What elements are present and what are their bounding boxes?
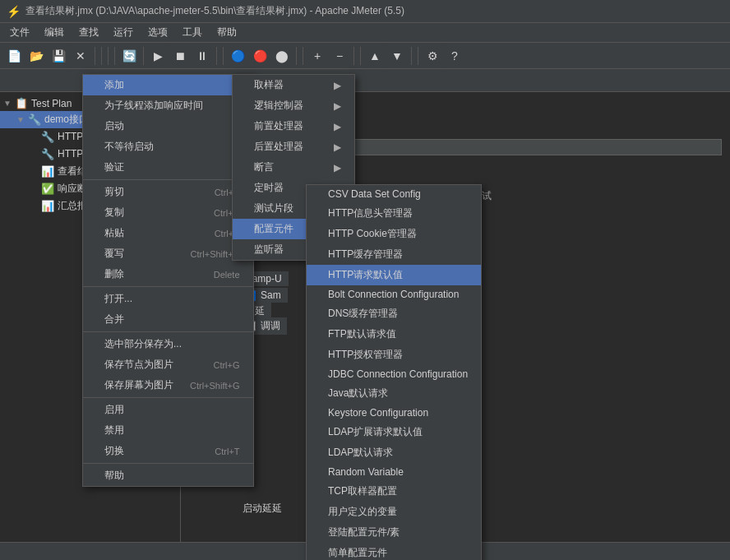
context-menu-config-item-7[interactable]: FTP默认请求值 [307,324,481,345]
context-menu-config-item-9[interactable]: JDBC Connection Configuration [307,365,481,383]
menu-运行[interactable]: 运行 [107,24,140,41]
context-menu-main-item-18[interactable]: 帮助 [83,465,253,486]
context-menu-main-item-11[interactable]: 合并 [83,309,253,330]
context-menu-config-item-2[interactable]: HTTP Cookie管理器 [307,224,481,244]
ctx-shortcut-14: Ctrl+Shift+G [190,381,240,391]
toolbar-btn-help[interactable]: ? [444,45,465,67]
context-menu-config-item-12[interactable]: LDAP扩展请求默认值 [307,422,481,442]
ctx-label-9: JDBC Connection Configuration [328,368,468,380]
context-menu-config-item-18[interactable]: 简单配置元件 [307,543,481,560]
ctx-label-8: 覆写 [104,247,174,261]
toolbar-btn-thread3[interactable]: ⬤ [271,45,293,67]
context-menu-main-item-5[interactable]: 剪切Ctrl+X [83,182,253,202]
context-menu-main-item-17[interactable]: 切换Ctrl+T [83,441,253,461]
context-menu-main-item-4[interactable]: 验证 [83,157,253,178]
toolbar-sep-9 [143,47,144,65]
context-menu-config-item-8[interactable]: HTTP授权管理器 [307,345,481,365]
ctx-label-6: 复制 [104,206,197,220]
context-menu-main-item-0[interactable]: 添加▶ [83,75,253,95]
menu-选项[interactable]: 选项 [141,24,174,41]
toolbar-btn-inc[interactable]: + [307,45,328,67]
ctx-label-16: 禁用 [104,423,240,437]
context-menu-main-item-10[interactable]: 打开... [83,289,253,309]
ctx-label-17: 登陆配置元件/素 [328,525,468,539]
ctx-label-2: 启动 [104,119,240,133]
ctx-arrow-0: ▶ [334,80,341,91]
context-menu-main-item-16[interactable]: 禁用 [83,420,253,441]
context-menu-config-item-16[interactable]: 用户定义的变量 [307,502,481,522]
sep-after-9 [83,286,253,287]
context-menu-config-item-17[interactable]: 登陆配置元件/素 [307,522,481,543]
ctx-label-15: TCP取样器配置 [328,484,468,498]
menu-工具[interactable]: 工具 [176,24,209,41]
app-icon: ⚡ [7,5,21,18]
toolbar-btn-start[interactable]: ▶ [147,45,169,67]
context-menu-config-item-1[interactable]: HTTP信息头管理器 [307,203,481,224]
toolbar-btn-refresh[interactable]: 🔄 [118,45,140,67]
ctx-label-12: 选中部分保存为... [104,337,240,351]
toolbar-sep-5 [101,47,102,65]
toolbar-btn-up[interactable]: ▲ [364,45,386,67]
toolbar-btn-save[interactable]: 💾 [48,45,69,67]
context-menu-add-item-4[interactable]: 断言▶ [233,157,354,178]
menubar: 文件编辑查找运行选项工具帮助 [0,23,730,43]
tree-icon-3: 🔧 [41,148,54,160]
context-menu-add-item-0[interactable]: 取样器▶ [233,75,354,95]
tree-icon-0: 📋 [15,97,28,109]
context-menu-config-item-0[interactable]: CSV Data Set Config [307,185,481,203]
sep-after-17 [83,463,253,464]
toolbar-btn-thread2[interactable]: 🔴 [249,45,270,67]
context-menu-main-item-9[interactable]: 删除Delete [83,264,253,285]
context-menu-main-item-6[interactable]: 复制Ctrl+C [83,202,253,223]
context-menu-main-item-2[interactable]: 启动 [83,116,253,137]
context-menu-config-item-14[interactable]: Random Variable [307,463,481,481]
toolbar-sep-23 [360,47,361,65]
ctx-label-17: 切换 [104,444,198,458]
context-menu-config-item-5[interactable]: Bolt Connection Configuration [307,285,481,303]
context-menu-config-item-3[interactable]: HTTP缓存管理器 [307,244,481,265]
toolbar-btn-new[interactable]: 📄 [3,45,25,67]
toolbar-btn-open[interactable]: 📂 [25,45,47,67]
context-menu-config-item-11[interactable]: Keystore Configuration [307,404,481,422]
toolbar-btn-cut[interactable]: ✕ [70,45,91,67]
toolbar-sep-26 [411,47,412,65]
toolbar-sep-6 [108,47,109,65]
menu-查找[interactable]: 查找 [72,24,105,41]
context-menu-add-item-3[interactable]: 后置处理器▶ [233,137,354,157]
ctx-label-18: 帮助 [104,469,240,483]
ctx-label-8: HTTP授权管理器 [328,348,468,362]
menu-帮助[interactable]: 帮助 [210,24,243,41]
context-menu-main-item-1[interactable]: 为子线程添加响应时间 [83,95,253,116]
ctx-label-9: 删除 [104,267,197,281]
menu-编辑[interactable]: 编辑 [38,24,71,41]
toolbar-btn-settings[interactable]: ⚙ [422,45,443,67]
toolbar-btn-stop[interactable]: ⏹ [169,45,191,67]
menu-文件[interactable]: 文件 [3,24,36,41]
context-menu-config-item-10[interactable]: Java默认请求 [307,383,481,404]
context-menu-config-item-15[interactable]: TCP取样器配置 [307,481,481,502]
context-menu-add-item-2[interactable]: 前置处理器▶ [233,116,354,137]
context-menu-main-item-8[interactable]: 覆写Ctrl+Shift+C [83,243,253,264]
context-menu-main-item-14[interactable]: 保存屏幕为图片Ctrl+Shift+G [83,375,253,396]
toolbar-btn-down[interactable]: ▼ [386,45,408,67]
context-menu-main-item-15[interactable]: 启用 [83,400,253,420]
context-menu-main-item-12[interactable]: 选中部分保存为... [83,334,253,354]
ctx-label-4: 断言 [254,160,329,174]
context-menu-config-item-13[interactable]: LDAP默认请求 [307,442,481,463]
context-menu-main-item-13[interactable]: 保存节点为图片Ctrl+G [83,354,253,375]
context-menu-add-item-1[interactable]: 逻辑控制器▶ [233,95,354,116]
ctx-label-0: 添加 [104,78,228,92]
toolbar-btn-thread1[interactable]: 🔵 [227,45,248,67]
ctx-arrow-3: ▶ [334,141,341,153]
context-menu-main-item-3[interactable]: 不等待启动 [83,137,253,157]
context-menu-config: CSV Data Set Config HTTP信息头管理器 HTTP Cook… [306,184,482,560]
ctx-label-5: Bolt Connection Configuration [328,289,468,300]
context-menu-config-item-4[interactable]: HTTP请求默认值 [307,265,481,285]
toolbar-btn-pause[interactable]: ⏸ [192,45,213,67]
tree-icon-6: 📊 [41,200,54,212]
toolbar-btn-dec[interactable]: − [329,45,350,67]
context-menu-config-item-6[interactable]: DNS缓存管理器 [307,303,481,324]
ctx-label-16: 用户定义的变量 [328,505,468,519]
tree-arrow-1: ▼ [16,115,25,124]
context-menu-main-item-7[interactable]: 粘贴Ctrl+V [83,223,253,243]
